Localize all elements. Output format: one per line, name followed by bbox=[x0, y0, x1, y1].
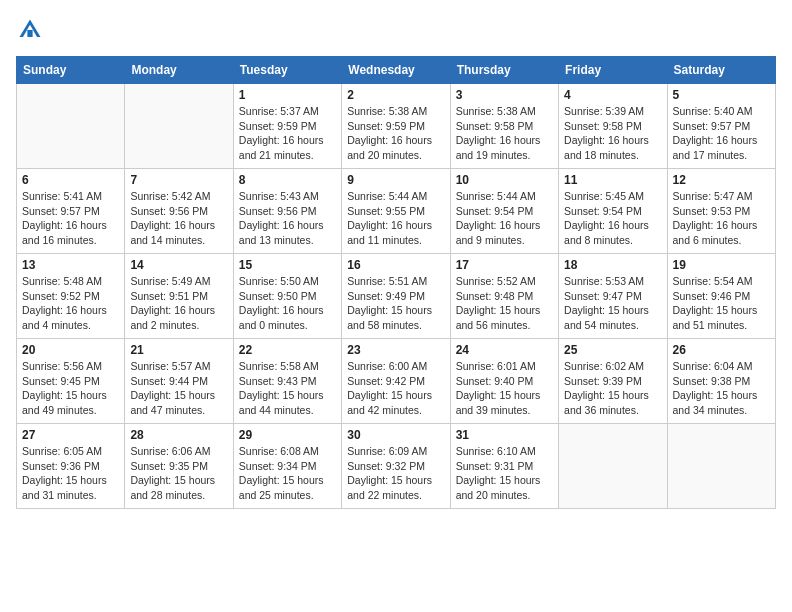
day-number: 13 bbox=[22, 258, 119, 272]
day-number: 16 bbox=[347, 258, 444, 272]
calendar-cell bbox=[559, 424, 667, 509]
week-row-3: 13Sunrise: 5:48 AM Sunset: 9:52 PM Dayli… bbox=[17, 254, 776, 339]
calendar-cell: 5Sunrise: 5:40 AM Sunset: 9:57 PM Daylig… bbox=[667, 84, 775, 169]
day-number: 15 bbox=[239, 258, 336, 272]
day-info: Sunrise: 6:09 AM Sunset: 9:32 PM Dayligh… bbox=[347, 444, 444, 503]
svg-rect-2 bbox=[27, 30, 32, 37]
day-info: Sunrise: 6:01 AM Sunset: 9:40 PM Dayligh… bbox=[456, 359, 553, 418]
logo-icon bbox=[16, 16, 44, 44]
calendar-cell: 1Sunrise: 5:37 AM Sunset: 9:59 PM Daylig… bbox=[233, 84, 341, 169]
day-number: 8 bbox=[239, 173, 336, 187]
day-number: 2 bbox=[347, 88, 444, 102]
header-sunday: Sunday bbox=[17, 57, 125, 84]
day-number: 25 bbox=[564, 343, 661, 357]
day-info: Sunrise: 5:58 AM Sunset: 9:43 PM Dayligh… bbox=[239, 359, 336, 418]
day-info: Sunrise: 6:02 AM Sunset: 9:39 PM Dayligh… bbox=[564, 359, 661, 418]
day-info: Sunrise: 5:47 AM Sunset: 9:53 PM Dayligh… bbox=[673, 189, 770, 248]
day-number: 12 bbox=[673, 173, 770, 187]
calendar-cell: 26Sunrise: 6:04 AM Sunset: 9:38 PM Dayli… bbox=[667, 339, 775, 424]
day-number: 26 bbox=[673, 343, 770, 357]
day-number: 24 bbox=[456, 343, 553, 357]
logo bbox=[16, 16, 48, 44]
day-info: Sunrise: 5:37 AM Sunset: 9:59 PM Dayligh… bbox=[239, 104, 336, 163]
calendar-cell: 29Sunrise: 6:08 AM Sunset: 9:34 PM Dayli… bbox=[233, 424, 341, 509]
calendar-cell: 4Sunrise: 5:39 AM Sunset: 9:58 PM Daylig… bbox=[559, 84, 667, 169]
day-number: 7 bbox=[130, 173, 227, 187]
calendar-cell: 12Sunrise: 5:47 AM Sunset: 9:53 PM Dayli… bbox=[667, 169, 775, 254]
day-info: Sunrise: 5:49 AM Sunset: 9:51 PM Dayligh… bbox=[130, 274, 227, 333]
day-info: Sunrise: 6:08 AM Sunset: 9:34 PM Dayligh… bbox=[239, 444, 336, 503]
day-info: Sunrise: 5:38 AM Sunset: 9:58 PM Dayligh… bbox=[456, 104, 553, 163]
calendar-cell: 14Sunrise: 5:49 AM Sunset: 9:51 PM Dayli… bbox=[125, 254, 233, 339]
day-number: 19 bbox=[673, 258, 770, 272]
day-number: 27 bbox=[22, 428, 119, 442]
day-number: 30 bbox=[347, 428, 444, 442]
day-info: Sunrise: 5:56 AM Sunset: 9:45 PM Dayligh… bbox=[22, 359, 119, 418]
header-saturday: Saturday bbox=[667, 57, 775, 84]
day-info: Sunrise: 5:44 AM Sunset: 9:55 PM Dayligh… bbox=[347, 189, 444, 248]
header-thursday: Thursday bbox=[450, 57, 558, 84]
calendar-header-row: SundayMondayTuesdayWednesdayThursdayFrid… bbox=[17, 57, 776, 84]
day-info: Sunrise: 5:45 AM Sunset: 9:54 PM Dayligh… bbox=[564, 189, 661, 248]
day-number: 20 bbox=[22, 343, 119, 357]
day-info: Sunrise: 6:10 AM Sunset: 9:31 PM Dayligh… bbox=[456, 444, 553, 503]
day-number: 17 bbox=[456, 258, 553, 272]
day-info: Sunrise: 5:53 AM Sunset: 9:47 PM Dayligh… bbox=[564, 274, 661, 333]
day-info: Sunrise: 6:05 AM Sunset: 9:36 PM Dayligh… bbox=[22, 444, 119, 503]
day-info: Sunrise: 6:04 AM Sunset: 9:38 PM Dayligh… bbox=[673, 359, 770, 418]
day-number: 29 bbox=[239, 428, 336, 442]
day-info: Sunrise: 5:57 AM Sunset: 9:44 PM Dayligh… bbox=[130, 359, 227, 418]
day-number: 5 bbox=[673, 88, 770, 102]
day-number: 10 bbox=[456, 173, 553, 187]
calendar-cell: 11Sunrise: 5:45 AM Sunset: 9:54 PM Dayli… bbox=[559, 169, 667, 254]
calendar-cell bbox=[125, 84, 233, 169]
calendar-cell: 30Sunrise: 6:09 AM Sunset: 9:32 PM Dayli… bbox=[342, 424, 450, 509]
calendar-cell: 18Sunrise: 5:53 AM Sunset: 9:47 PM Dayli… bbox=[559, 254, 667, 339]
calendar-table: SundayMondayTuesdayWednesdayThursdayFrid… bbox=[16, 56, 776, 509]
calendar-cell: 6Sunrise: 5:41 AM Sunset: 9:57 PM Daylig… bbox=[17, 169, 125, 254]
calendar-cell: 28Sunrise: 6:06 AM Sunset: 9:35 PM Dayli… bbox=[125, 424, 233, 509]
day-number: 11 bbox=[564, 173, 661, 187]
day-info: Sunrise: 5:42 AM Sunset: 9:56 PM Dayligh… bbox=[130, 189, 227, 248]
calendar-cell: 2Sunrise: 5:38 AM Sunset: 9:59 PM Daylig… bbox=[342, 84, 450, 169]
day-info: Sunrise: 6:00 AM Sunset: 9:42 PM Dayligh… bbox=[347, 359, 444, 418]
header-monday: Monday bbox=[125, 57, 233, 84]
day-info: Sunrise: 5:39 AM Sunset: 9:58 PM Dayligh… bbox=[564, 104, 661, 163]
day-number: 22 bbox=[239, 343, 336, 357]
day-number: 14 bbox=[130, 258, 227, 272]
day-number: 9 bbox=[347, 173, 444, 187]
calendar-cell bbox=[17, 84, 125, 169]
calendar-cell: 24Sunrise: 6:01 AM Sunset: 9:40 PM Dayli… bbox=[450, 339, 558, 424]
calendar-cell: 27Sunrise: 6:05 AM Sunset: 9:36 PM Dayli… bbox=[17, 424, 125, 509]
week-row-2: 6Sunrise: 5:41 AM Sunset: 9:57 PM Daylig… bbox=[17, 169, 776, 254]
calendar-cell: 21Sunrise: 5:57 AM Sunset: 9:44 PM Dayli… bbox=[125, 339, 233, 424]
header-wednesday: Wednesday bbox=[342, 57, 450, 84]
day-info: Sunrise: 6:06 AM Sunset: 9:35 PM Dayligh… bbox=[130, 444, 227, 503]
calendar-cell: 22Sunrise: 5:58 AM Sunset: 9:43 PM Dayli… bbox=[233, 339, 341, 424]
day-number: 31 bbox=[456, 428, 553, 442]
day-number: 4 bbox=[564, 88, 661, 102]
calendar-cell: 25Sunrise: 6:02 AM Sunset: 9:39 PM Dayli… bbox=[559, 339, 667, 424]
calendar-cell: 17Sunrise: 5:52 AM Sunset: 9:48 PM Dayli… bbox=[450, 254, 558, 339]
calendar-cell: 20Sunrise: 5:56 AM Sunset: 9:45 PM Dayli… bbox=[17, 339, 125, 424]
day-info: Sunrise: 5:38 AM Sunset: 9:59 PM Dayligh… bbox=[347, 104, 444, 163]
day-number: 18 bbox=[564, 258, 661, 272]
calendar-cell: 13Sunrise: 5:48 AM Sunset: 9:52 PM Dayli… bbox=[17, 254, 125, 339]
calendar-cell: 23Sunrise: 6:00 AM Sunset: 9:42 PM Dayli… bbox=[342, 339, 450, 424]
day-info: Sunrise: 5:40 AM Sunset: 9:57 PM Dayligh… bbox=[673, 104, 770, 163]
day-number: 21 bbox=[130, 343, 227, 357]
day-info: Sunrise: 5:51 AM Sunset: 9:49 PM Dayligh… bbox=[347, 274, 444, 333]
calendar-cell: 31Sunrise: 6:10 AM Sunset: 9:31 PM Dayli… bbox=[450, 424, 558, 509]
day-number: 6 bbox=[22, 173, 119, 187]
header-tuesday: Tuesday bbox=[233, 57, 341, 84]
calendar-cell: 3Sunrise: 5:38 AM Sunset: 9:58 PM Daylig… bbox=[450, 84, 558, 169]
day-info: Sunrise: 5:52 AM Sunset: 9:48 PM Dayligh… bbox=[456, 274, 553, 333]
day-number: 28 bbox=[130, 428, 227, 442]
calendar-cell: 16Sunrise: 5:51 AM Sunset: 9:49 PM Dayli… bbox=[342, 254, 450, 339]
calendar-cell: 19Sunrise: 5:54 AM Sunset: 9:46 PM Dayli… bbox=[667, 254, 775, 339]
day-number: 3 bbox=[456, 88, 553, 102]
day-number: 1 bbox=[239, 88, 336, 102]
calendar-cell: 10Sunrise: 5:44 AM Sunset: 9:54 PM Dayli… bbox=[450, 169, 558, 254]
week-row-4: 20Sunrise: 5:56 AM Sunset: 9:45 PM Dayli… bbox=[17, 339, 776, 424]
calendar-cell: 9Sunrise: 5:44 AM Sunset: 9:55 PM Daylig… bbox=[342, 169, 450, 254]
